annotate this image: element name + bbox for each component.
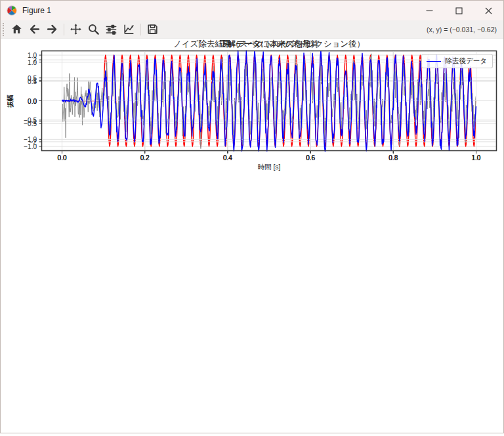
maximize-button[interactable] [444,1,474,20]
configure-subplots-icon[interactable] [102,22,120,37]
y-tick-label: 1.0 [28,58,37,66]
subplot-denoised-signal: ノイズ除去結果（スペクトルサブトラクション後） 振幅 除去後データ 0.00.2… [1,39,504,173]
toolbar-separator [64,24,64,35]
minimize-button[interactable] [415,1,444,20]
legend: 除去後データ [421,54,494,68]
y-axis-label: 振幅 [2,51,19,151]
x-tick-label: 0.6 [299,154,322,162]
x-tick-label: 1.0 [465,154,487,162]
save-icon[interactable] [144,22,161,37]
x-tick-label: 0.8 [382,154,404,162]
toolbar-separator [140,24,141,35]
y-tick-label: −1.0 [24,136,37,143]
legend-label: 除去後データ [446,56,488,66]
figure-canvas[interactable]: 正解データ（本来の信号） 振幅 正解データ 0.00.20.40.60.81.0… [1,39,503,431]
back-icon[interactable] [26,22,43,37]
pan-icon[interactable] [67,22,85,37]
window-title: Figure 1 [22,6,51,15]
toolbar-grip[interactable] [3,23,8,36]
x-axis-label: 時間 [s] [41,163,497,172]
plot-title: ノイズ除去結果（スペクトルサブトラクション後） [41,39,497,50]
navigation-toolbar: (x, y) = (−0.031, −0.62) [1,20,503,39]
figure-window: Figure 1 [0,0,504,433]
forward-icon[interactable] [43,22,61,37]
home-icon[interactable] [8,22,26,37]
plot-area[interactable]: 除去後データ 0.00.20.40.60.81.01.00.50.0−0.5−1… [41,51,497,151]
y-tick-label: 0.5 [28,78,37,85]
zoom-icon[interactable] [85,22,102,37]
title-bar[interactable]: Figure 1 [1,1,503,20]
y-tick-label: 0.0 [28,97,37,104]
window-controls [415,1,503,20]
matplotlib-logo-icon [7,5,17,16]
close-button[interactable] [474,1,503,20]
x-tick-label: 0.2 [134,154,156,162]
legend-line-sample [427,61,441,62]
edit-axis-icon[interactable] [120,22,138,37]
x-tick-label: 0.4 [217,154,239,162]
y-tick-label: −0.5 [24,116,37,123]
x-tick-label: 0.0 [51,154,74,162]
cursor-coordinates: (x, y) = (−0.031, −0.62) [427,20,497,38]
